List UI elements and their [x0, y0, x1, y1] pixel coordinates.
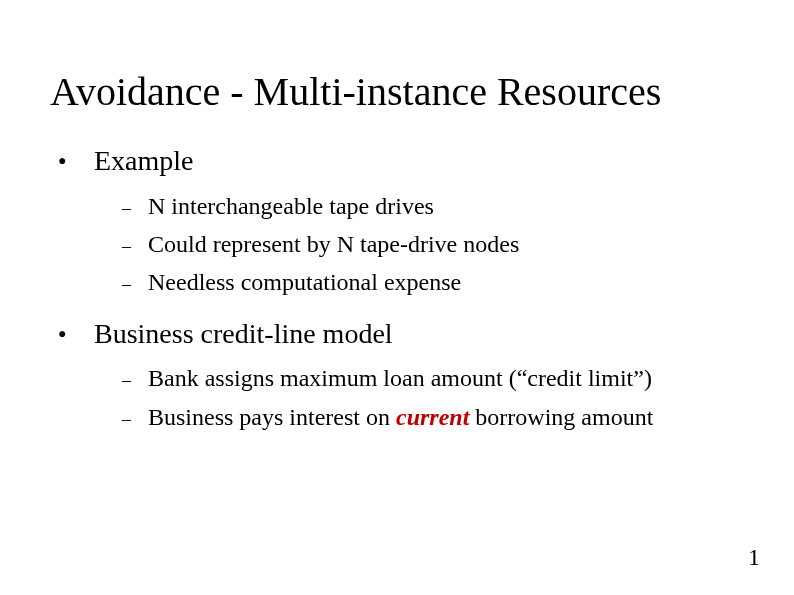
dash-bullet-icon: – — [122, 235, 148, 258]
bullet-list: ● Example – N interchangeable tape drive… — [50, 144, 744, 433]
sub-bullet-list: – N interchangeable tape drives – Could … — [50, 190, 744, 299]
emphasis-text: current — [396, 404, 469, 430]
dash-bullet-icon: – — [122, 197, 148, 220]
disc-bullet-icon: ● — [50, 154, 94, 168]
page-number: 1 — [748, 544, 760, 571]
slide-title: Avoidance - Multi-instance Resources — [50, 70, 744, 114]
sub-bullet-item: – N interchangeable tape drives — [122, 190, 744, 222]
bullet-item: ● Business credit-line model – Bank assi… — [50, 317, 744, 433]
sub-bullet-list: – Bank assigns maximum loan amount (“cre… — [50, 362, 744, 433]
sub-bullet-text: N interchangeable tape drives — [148, 190, 434, 222]
bullet-item: ● Example – N interchangeable tape drive… — [50, 144, 744, 299]
dash-bullet-icon: – — [122, 408, 148, 431]
bullet-label: Example — [94, 144, 194, 178]
sub-bullet-text: Could represent by N tape-drive nodes — [148, 228, 519, 260]
sub-bullet-item: – Bank assigns maximum loan amount (“cre… — [122, 362, 744, 394]
sub-bullet-item: – Could represent by N tape-drive nodes — [122, 228, 744, 260]
sub-bullet-item: – Business pays interest on current borr… — [122, 401, 744, 433]
sub-bullet-text: Business pays interest on current borrow… — [148, 401, 653, 433]
sub-bullet-text: Bank assigns maximum loan amount (“credi… — [148, 362, 652, 394]
sub-bullet-item: – Needless computational expense — [122, 266, 744, 298]
slide: Avoidance - Multi-instance Resources ● E… — [0, 0, 794, 595]
sub-bullet-text: Needless computational expense — [148, 266, 461, 298]
dash-bullet-icon: – — [122, 273, 148, 296]
dash-bullet-icon: – — [122, 369, 148, 392]
disc-bullet-icon: ● — [50, 327, 94, 341]
slide-body: ● Example – N interchangeable tape drive… — [50, 144, 744, 433]
bullet-label: Business credit-line model — [94, 317, 393, 351]
